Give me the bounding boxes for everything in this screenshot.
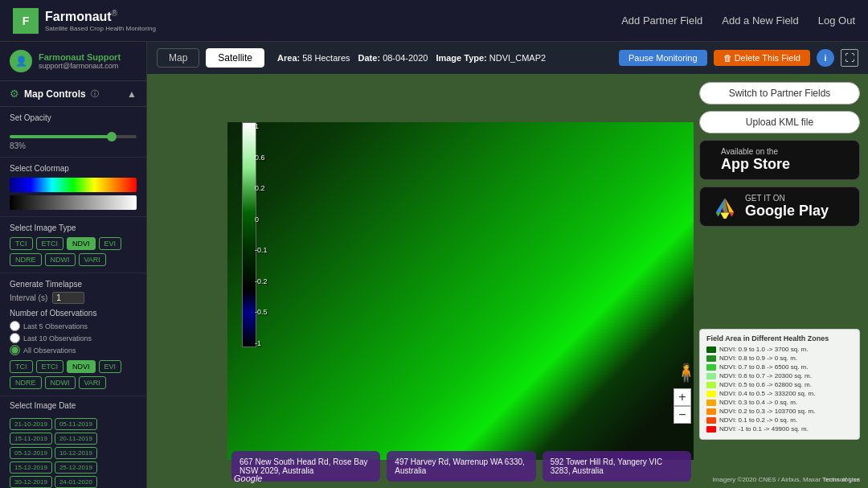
location-card-2[interactable]: 497 Harvey Rd, Warrenup WA 6330, Austral… xyxy=(387,451,535,482)
delete-field-button[interactable]: 🗑 Delete This Field xyxy=(714,50,810,66)
health-color-3 xyxy=(706,364,716,371)
user-avatar: 👤 xyxy=(10,50,32,72)
opacity-section: Set Opacity 83% xyxy=(0,107,146,158)
health-color-2 xyxy=(706,355,716,362)
location-card-3[interactable]: 592 Tower Hill Rd, Yangery VIC 3283, Aus… xyxy=(542,451,691,482)
add-new-field-link[interactable]: Add a New Field xyxy=(722,14,798,27)
subtitle-label: Satellite Based Crop Health Monitoring xyxy=(45,25,156,32)
svg-marker-4 xyxy=(720,213,729,219)
tl-tci[interactable]: TCI xyxy=(10,360,33,373)
logout-link[interactable]: Log Out xyxy=(818,14,855,27)
colormap-preview-2[interactable] xyxy=(10,195,137,210)
health-text-4: NDVI: 0.6 to 0.7 -> 20300 sq. m. xyxy=(719,372,812,379)
upload-kml-button[interactable]: Upload KML file xyxy=(699,111,860,133)
health-text-1: NDVI: 0.9 to 1.0 -> 3700 sq. m. xyxy=(719,346,809,353)
health-row-1: NDVI: 0.9 to 1.0 -> 3700 sq. m. xyxy=(706,346,853,353)
radio-group: Last 5 Observations Last 10 Observations… xyxy=(10,321,137,355)
satellite-tab[interactable]: Satellite xyxy=(206,48,264,68)
date-15-12[interactable]: 15-12-2019 xyxy=(10,461,52,474)
img-type-etci[interactable]: ETCI xyxy=(36,237,64,250)
add-partner-link[interactable]: Add Partner Field xyxy=(621,14,702,27)
timelapse-title: Generate Timelapse xyxy=(10,280,137,289)
map-tab[interactable]: Map xyxy=(157,48,199,68)
logo-area: F Farmonaut® Satellite Based Crop Health… xyxy=(13,8,156,34)
switch-partner-button[interactable]: Switch to Partner Fields xyxy=(699,82,860,105)
user-name: Farmonaut Support xyxy=(39,52,121,62)
user-email: support@farmonaut.com xyxy=(39,62,121,70)
health-row-3: NDVI: 0.7 to 0.8 -> 6500 sq. m. xyxy=(706,363,853,371)
date-05-12[interactable]: 05-12-2019 xyxy=(10,447,52,459)
logo-icon: F xyxy=(13,8,39,34)
tl-vari[interactable]: VARI xyxy=(79,376,106,389)
obs-all[interactable]: All Observations xyxy=(10,345,137,355)
health-text-2: NDVI: 0.8 to 0.9 -> 0 sq. m. xyxy=(719,355,797,362)
health-legend-title: Field Area in Different Health Zones xyxy=(706,334,853,342)
health-color-4 xyxy=(706,373,716,379)
img-type-vari[interactable]: VARI xyxy=(79,253,106,266)
date-10-12[interactable]: 10-12-2019 xyxy=(55,447,97,459)
health-row-10: NDVI: -1 to 0.1 -> 49900 sq. m. xyxy=(706,425,853,433)
map-container[interactable]: Map Satellite Area: 58 Hectares Date: 08… xyxy=(147,42,868,488)
tl-ndwi[interactable]: NDWI xyxy=(45,376,76,389)
zoom-out-button[interactable]: − xyxy=(674,406,691,424)
health-row-2: NDVI: 0.8 to 0.9 -> 0 sq. m. xyxy=(706,355,853,362)
obs-last5[interactable]: Last 5 Observations xyxy=(10,321,137,331)
img-type-ndvi[interactable]: NDVI xyxy=(67,237,96,250)
gear-icon: ⚙ xyxy=(10,88,19,100)
street-view-icon[interactable]: 🧍 xyxy=(675,363,697,383)
health-legend: Field Area in Different Health Zones NDV… xyxy=(699,329,860,440)
terms-of-use-link[interactable]: Terms of Use xyxy=(822,476,860,483)
date-20-11[interactable]: 20-11-2019 xyxy=(55,433,97,445)
opacity-value: 83% xyxy=(10,141,137,150)
tl-evi[interactable]: EVI xyxy=(99,360,122,373)
health-row-5: NDVI: 0.5 to 0.6 -> 62800 sq. m. xyxy=(706,381,853,388)
img-type-tci[interactable]: TCI xyxy=(10,237,33,250)
zoom-in-button[interactable]: + xyxy=(674,388,691,406)
health-color-10 xyxy=(706,426,716,433)
health-text-7: NDVI: 0.3 to 0.4 -> 0 sq. m. xyxy=(719,399,797,406)
date-25-12[interactable]: 25-12-2019 xyxy=(55,461,97,474)
health-text-10: NDVI: -1 to 0.1 -> 49900 sq. m. xyxy=(719,425,809,433)
brand-name: Farmonaut® xyxy=(45,9,156,24)
interval-input[interactable] xyxy=(52,292,84,304)
fullscreen-button[interactable]: ⛶ xyxy=(841,49,858,67)
date-24-01[interactable]: 24-01-2020 xyxy=(55,476,97,488)
health-text-5: NDVI: 0.5 to 0.6 -> 62800 sq. m. xyxy=(719,381,812,388)
date-05-11[interactable]: 05-11-2019 xyxy=(55,418,97,430)
header: F Farmonaut® Satellite Based Crop Health… xyxy=(0,0,868,42)
google-watermark: Google xyxy=(234,474,262,483)
tl-ndre[interactable]: NDRE xyxy=(10,376,42,389)
img-type-ndre[interactable]: NDRE xyxy=(10,253,42,266)
pause-monitoring-button[interactable]: Pause Monitoring xyxy=(619,50,707,66)
img-type-ndwi[interactable]: NDWI xyxy=(45,253,76,266)
collapse-button[interactable]: ▲ xyxy=(127,88,137,100)
date-label: Date: 08-04-2020 xyxy=(358,53,428,63)
image-type-label: Image Type: NDVI_CMAP2 xyxy=(436,53,546,63)
image-type-section: Select Image Type TCI ETCI NDVI EVI NDRE… xyxy=(0,217,146,273)
colorbar: 1 0.6 0.2 0 -0.1 -0.2 -0.5 -1 xyxy=(237,122,261,363)
user-section: 👤 Farmonaut Support support@farmonaut.co… xyxy=(0,42,146,81)
area-label: Area: 58 Hectares xyxy=(277,53,350,63)
date-15-11[interactable]: 15-11-2019 xyxy=(10,433,52,445)
registered-mark: ® xyxy=(112,9,117,18)
health-row-4: NDVI: 0.6 to 0.7 -> 20300 sq. m. xyxy=(706,372,853,379)
colorbar-labels: 1 0.6 0.2 0 -0.1 -0.2 -0.5 -1 xyxy=(255,122,268,347)
appstore-button[interactable]: Available on the App Store xyxy=(699,140,860,180)
health-color-7 xyxy=(706,400,716,406)
date-21-10[interactable]: 21-10-2019 xyxy=(10,418,52,430)
obs-last10[interactable]: Last 10 Observations xyxy=(10,333,137,343)
timelapse-section: Generate Timelapse Interval (s) Number o… xyxy=(0,273,146,396)
gplay-big-text: Google Play xyxy=(745,203,829,219)
map-info: Area: 58 Hectares Date: 08-04-2020 Image… xyxy=(277,53,546,63)
colormap-preview-1[interactable] xyxy=(10,178,137,192)
colormap-section: Select Colormap xyxy=(0,158,146,217)
tl-ndvi[interactable]: NDVI xyxy=(67,360,96,373)
tl-etci[interactable]: ETCI xyxy=(36,360,64,373)
img-type-evi[interactable]: EVI xyxy=(99,237,122,250)
colormap-label: Select Colormap xyxy=(10,164,137,173)
date-30-12[interactable]: 30-12-2019 xyxy=(10,476,52,488)
opacity-slider[interactable] xyxy=(10,135,137,138)
info-button[interactable]: i xyxy=(817,49,834,67)
googleplay-button[interactable]: GET IT ON Google Play xyxy=(699,187,860,227)
right-panel: Switch to Partner Fields Upload KML file… xyxy=(699,82,860,227)
